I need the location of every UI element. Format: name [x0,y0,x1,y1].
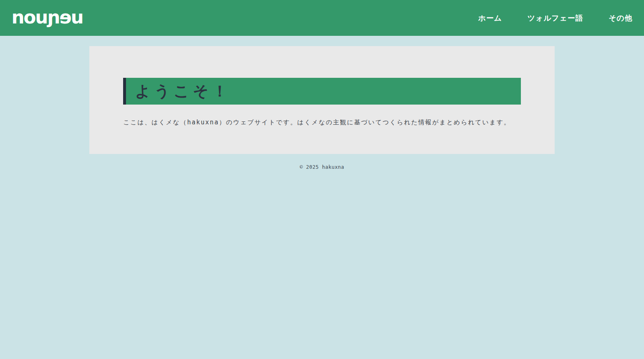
intro-paragraph: ここは、はくメな（hakuxna）のウェブサイトです。はくメなの主観に基づいてつ… [123,117,521,127]
site-logo[interactable]: nouɲɘu [12,8,83,26]
copyright-notice: © 2025 hakuxna [0,164,644,170]
page-title: ようこそ！ [135,81,231,102]
content-card: ようこそ！ ここは、はくメな（hakuxna）のウェブサイトです。はくメなの主観… [89,46,555,154]
nav-item-others[interactable]: その他 [609,13,632,23]
site-header: nouɲɘu ホーム ツォルフェー語 その他 [0,0,644,36]
welcome-banner: ようこそ！ [123,78,521,105]
main-nav: ホーム ツォルフェー語 その他 [478,13,632,23]
nav-item-zolfe-language[interactable]: ツォルフェー語 [527,13,583,23]
nav-item-home[interactable]: ホーム [478,13,502,23]
